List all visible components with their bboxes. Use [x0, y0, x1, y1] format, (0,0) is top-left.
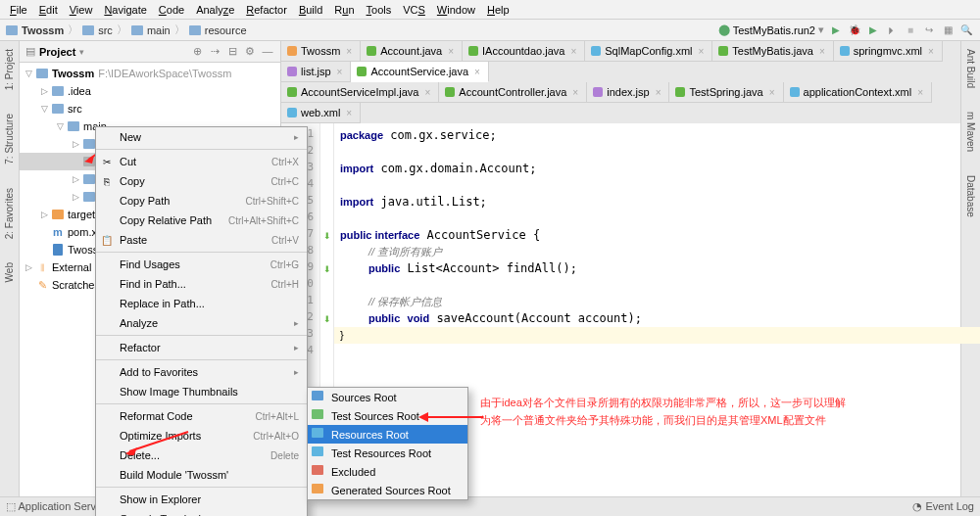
structure-tool-tab[interactable]: 7: Structure: [4, 110, 15, 168]
ctx-reformat[interactable]: Reformat CodeCtrl+Alt+L: [96, 406, 307, 426]
hide-icon[interactable]: —: [261, 45, 274, 58]
editor-tab[interactable]: list.jsp×: [281, 62, 351, 82]
editor-tab[interactable]: IAccountdao.java×: [463, 41, 585, 62]
editor-tab[interactable]: Account.java×: [361, 41, 463, 62]
ctx-find-in-path[interactable]: Find in Path...Ctrl+H: [96, 274, 307, 294]
breadcrumb-src[interactable]: src: [98, 24, 113, 36]
editor-tab[interactable]: index.jsp×: [587, 82, 669, 103]
close-icon[interactable]: ×: [656, 87, 662, 98]
editor-tab[interactable]: Twossm×: [281, 41, 361, 62]
sub-test-sources-root[interactable]: Test Sources Root: [308, 406, 467, 425]
ctx-replace-in-path[interactable]: Replace in Path...: [96, 294, 307, 313]
database-tool-tab[interactable]: Database: [965, 171, 976, 221]
ctx-delete[interactable]: Delete...Delete: [96, 446, 307, 465]
menu-file[interactable]: FFileile: [4, 4, 33, 16]
editor-tab[interactable]: springmvc.xml×: [834, 41, 943, 62]
project-tool-tab[interactable]: 1: Project: [4, 45, 15, 94]
run-icon[interactable]: ▶: [828, 23, 844, 38]
close-icon[interactable]: ×: [570, 46, 576, 57]
cut-icon: ✂: [100, 155, 114, 168]
scroll-to-icon[interactable]: ⊕: [190, 45, 204, 58]
close-icon[interactable]: ×: [928, 46, 934, 57]
menu-view[interactable]: View: [64, 4, 99, 16]
close-icon[interactable]: ×: [769, 87, 775, 98]
editor-tab[interactable]: SqlMapConfig.xml×: [585, 41, 712, 62]
menu-refactor[interactable]: Refactor: [240, 4, 293, 16]
close-icon[interactable]: ×: [819, 46, 825, 57]
close-icon[interactable]: ×: [346, 46, 352, 57]
debug-icon[interactable]: 🐞: [847, 23, 862, 38]
editor-tab[interactable]: web.xml×: [281, 103, 361, 123]
ctx-analyze[interactable]: Analyze▸: [96, 313, 307, 333]
ctx-paste[interactable]: 📋PasteCtrl+V: [96, 230, 307, 250]
ctx-copy-rel-path[interactable]: Copy Relative PathCtrl+Alt+Shift+C: [96, 211, 307, 230]
close-icon[interactable]: ×: [572, 87, 578, 98]
close-icon[interactable]: ×: [917, 87, 923, 98]
coverage-icon[interactable]: ▶: [865, 23, 881, 38]
editor-tab[interactable]: AccountServiceImpl.java×: [281, 82, 439, 103]
sub-test-resources-root[interactable]: Test Resources Root: [308, 444, 467, 462]
ctx-cut[interactable]: ✂CutCtrl+X: [96, 152, 307, 171]
update-icon[interactable]: ↪: [921, 23, 937, 38]
sub-resources-root[interactable]: Resources Root: [308, 425, 467, 444]
menu-window[interactable]: Window: [431, 4, 481, 16]
profile-icon[interactable]: ⏵: [884, 23, 900, 38]
favorites-tool-tab[interactable]: 2: Favorites: [4, 184, 15, 243]
close-icon[interactable]: ×: [346, 108, 352, 118]
structure-icon[interactable]: ▦: [940, 23, 956, 38]
menu-build[interactable]: Build: [293, 4, 328, 16]
impl-icon[interactable]: ⬇: [323, 231, 331, 241]
sub-sources-root[interactable]: Sources Root: [308, 388, 467, 406]
ctx-show-thumbnails[interactable]: Show Image Thumbnails: [96, 382, 307, 401]
editor-tab[interactable]: TestMyBatis.java×: [712, 41, 833, 62]
expand-icon[interactable]: ⊟: [225, 45, 239, 58]
ctx-copy-path[interactable]: Copy PathCtrl+Shift+C: [96, 191, 307, 211]
folder-icon: [312, 391, 323, 400]
close-icon[interactable]: ×: [337, 67, 343, 77]
ctx-refactor[interactable]: Refactor▸: [96, 338, 307, 357]
impl-icon[interactable]: ⬇: [323, 314, 331, 324]
maven-tool-tab[interactable]: m Maven: [965, 108, 976, 156]
close-icon[interactable]: ×: [448, 46, 454, 57]
menu-analyze[interactable]: Analyze: [190, 4, 240, 16]
search-icon[interactable]: 🔍: [958, 23, 974, 38]
menu-run[interactable]: Run: [328, 4, 360, 16]
editor-tab[interactable]: TestSpring.java×: [669, 82, 783, 103]
menu-tools[interactable]: Tools: [361, 4, 398, 16]
breadcrumb-root[interactable]: Twossm: [22, 24, 64, 36]
ctx-new[interactable]: New▸: [96, 127, 307, 147]
close-icon[interactable]: ×: [699, 46, 705, 57]
folder-icon: [312, 465, 323, 475]
collapse-icon[interactable]: ⇢: [208, 45, 221, 58]
ctx-show-explorer[interactable]: Show in Explorer: [96, 490, 307, 509]
editor-tab[interactable]: applicationContext.xml×: [784, 82, 933, 103]
sub-excluded[interactable]: Excluded: [308, 462, 467, 481]
ctx-copy[interactable]: ⎘CopyCtrl+C: [96, 171, 307, 191]
ctx-build-module[interactable]: Build Module 'Twossm': [96, 465, 307, 485]
menu-help[interactable]: Help: [481, 4, 515, 16]
stop-icon[interactable]: ■: [903, 23, 918, 38]
run-config[interactable]: ⬤ TestMyBatis.run2 ▾: [718, 23, 824, 36]
sub-generated-sources[interactable]: Generated Sources Root: [308, 481, 467, 499]
ctx-find-usages[interactable]: Find UsagesCtrl+G: [96, 255, 307, 274]
menu-navigate[interactable]: Navigate: [98, 4, 152, 16]
breadcrumb-resource[interactable]: resource: [205, 24, 247, 36]
close-icon[interactable]: ×: [474, 67, 480, 77]
menu-vcs[interactable]: VCS: [397, 4, 431, 16]
gear-icon[interactable]: ⚙: [243, 45, 257, 58]
left-tool-gutter: 1: Project 7: Structure 2: Favorites Web: [0, 41, 20, 496]
menu-edit[interactable]: Edit: [33, 4, 64, 16]
impl-icon[interactable]: ⬇: [323, 264, 331, 274]
close-icon[interactable]: ×: [424, 87, 430, 98]
app-servers-tab[interactable]: ⬚ Application Serv: [6, 500, 96, 513]
ctx-add-favorites[interactable]: Add to Favorites▸: [96, 362, 307, 382]
event-log-tab[interactable]: ◔ Event Log: [912, 500, 974, 513]
ctx-open-terminal[interactable]: ▣Open in Terminal: [96, 509, 307, 516]
web-tool-tab[interactable]: Web: [4, 258, 15, 286]
breadcrumb-main[interactable]: main: [147, 24, 171, 36]
menu-code[interactable]: Code: [153, 4, 190, 16]
ant-tool-tab[interactable]: Ant Build: [965, 45, 976, 92]
editor-tab[interactable]: AccountController.java×: [439, 82, 587, 103]
ctx-optimize-imports[interactable]: Optimize ImportsCtrl+Alt+O: [96, 426, 307, 446]
editor-tab[interactable]: AccountService.java×: [351, 62, 489, 82]
